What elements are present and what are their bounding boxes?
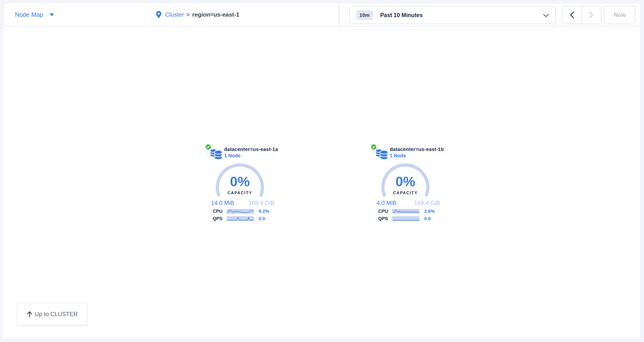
qps-sparkline: [227, 216, 254, 221]
stat-label-cpu: CPU: [369, 209, 388, 214]
location-pin-icon: [156, 11, 161, 18]
up-to-cluster-button[interactable]: Up to CLUSTER: [17, 303, 87, 325]
locality-titles: datacenter=us-east-1a 1 Node: [224, 143, 278, 161]
locality-header: datacenter=us-east-1a 1 Node: [205, 143, 278, 161]
caret-down-icon: [50, 13, 54, 16]
capacity-total: 169.4 GiB: [248, 200, 274, 206]
time-range-label: Past 10 Minutes: [380, 12, 423, 18]
stat-row-cpu: CPU9.2%: [203, 209, 276, 214]
up-arrow-icon: [27, 311, 32, 317]
stat-label-qps: QPS: [369, 216, 388, 221]
locality-node-count: 1 Node: [224, 152, 278, 159]
healthy-check-icon: [371, 144, 377, 150]
breadcrumb-separator: >: [186, 11, 190, 18]
locality-icon: [205, 143, 224, 161]
chevron-down-icon: [543, 14, 549, 17]
time-nav-group: [562, 6, 601, 24]
capacity-gauge: 0% CAPACITY: [380, 162, 431, 201]
topbar-divider: [339, 5, 339, 25]
database-stack-icon: [210, 148, 223, 160]
time-back-button[interactable]: [562, 6, 582, 24]
locality-title: datacenter=us-east-1a: [224, 146, 278, 152]
locality-card[interactable]: datacenter=us-east-1b 1 Node 0% CAPACITY…: [369, 143, 442, 224]
stat-label-qps: QPS: [203, 216, 222, 221]
locality-header: datacenter=us-east-1b 1 Node: [370, 143, 444, 161]
stat-value-cpu: 9.2%: [259, 209, 269, 214]
map-canvas: datacenter=us-east-1a 1 Node 0% CAPACITY…: [2, 27, 640, 338]
capacity-used: 4.0 MiB: [376, 200, 396, 206]
view-selector-dropdown[interactable]: Node Map: [15, 3, 54, 26]
capacity-used: 14.0 MiB: [211, 200, 234, 206]
capacity-percent: 0%: [380, 174, 431, 189]
now-button[interactable]: Now: [604, 6, 635, 24]
capacity-gauge: 0% CAPACITY: [214, 162, 266, 201]
chevron-left-icon: [570, 11, 574, 18]
time-range-dropdown[interactable]: 10m Past 10 Minutes: [350, 6, 556, 24]
locality-stats: CPU9.2%QPS0.0: [203, 209, 276, 224]
locality-icon: [370, 143, 390, 161]
time-forward-button[interactable]: [582, 6, 601, 24]
database-stack-icon: [375, 148, 388, 160]
stat-row-qps: QPS0.0: [203, 216, 276, 221]
capacity-caption: CAPACITY: [214, 191, 266, 195]
stat-row-cpu: CPU2.6%: [369, 209, 442, 214]
locality-stats: CPU2.6%QPS0.0: [369, 209, 442, 224]
time-range-badge: 10m: [356, 10, 373, 20]
locality-node-count: 1 Node: [390, 152, 444, 159]
stat-value-cpu: 2.6%: [424, 209, 435, 214]
cpu-sparkline: [227, 209, 254, 214]
stat-row-qps: QPS0.0: [369, 216, 442, 221]
breadcrumb-cluster-link[interactable]: Cluster: [165, 11, 184, 18]
cpu-sparkline: [392, 209, 419, 214]
stat-label-cpu: CPU: [203, 209, 222, 214]
chevron-right-icon: [589, 11, 594, 18]
qps-sparkline: [392, 216, 419, 221]
healthy-check-icon: [205, 144, 211, 150]
locality-title: datacenter=us-east-1b: [390, 146, 444, 152]
breadcrumb: Cluster > region=us-east-1: [156, 3, 239, 26]
stat-value-qps: 0.0: [424, 216, 430, 221]
breadcrumb-current: region=us-east-1: [192, 11, 239, 18]
capacity-caption: CAPACITY: [380, 191, 431, 195]
stat-value-qps: 0.0: [259, 216, 265, 221]
up-to-cluster-label: Up to CLUSTER: [35, 311, 78, 318]
capacity-percent: 0%: [214, 174, 266, 189]
locality-card[interactable]: datacenter=us-east-1a 1 Node 0% CAPACITY…: [203, 143, 276, 224]
topbar: Node Map Cluster > region=us-east-1 10m …: [4, 3, 640, 26]
capacity-values: 14.0 MiB 169.4 GiB: [203, 200, 276, 206]
capacity-total: 169.4 GiB: [414, 200, 440, 206]
capacity-values: 4.0 MiB 169.4 GiB: [369, 200, 442, 206]
locality-titles: datacenter=us-east-1b 1 Node: [390, 143, 444, 161]
view-selector-label: Node Map: [15, 11, 43, 18]
